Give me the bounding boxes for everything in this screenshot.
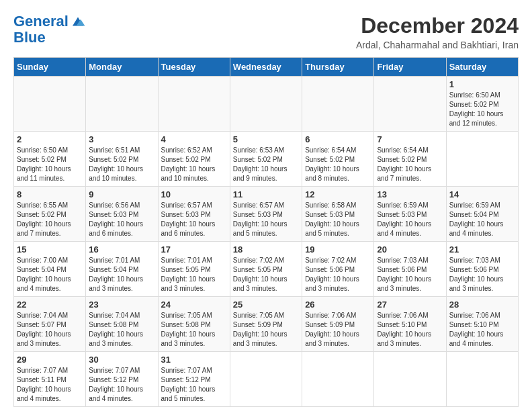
empty-cell	[158, 77, 230, 132]
day-info: Sunrise: 6:57 AMSunset: 5:03 PMDaylight:…	[233, 201, 299, 238]
day-info: Sunrise: 7:04 AMSunset: 5:07 PMDaylight:…	[17, 311, 83, 349]
calendar-day-cell: 13 Sunrise: 6:59 AMSunset: 5:03 PMDaylig…	[374, 187, 446, 242]
day-number: 7	[377, 134, 443, 144]
day-number: 11	[233, 189, 299, 199]
logo-text-blue: Blue	[13, 30, 86, 46]
day-of-week-header: Saturday	[446, 58, 518, 77]
day-number: 18	[233, 244, 299, 255]
day-info: Sunrise: 7:07 AMSunset: 5:12 PMDaylight:…	[89, 366, 154, 404]
day-number: 3	[89, 134, 154, 144]
day-info: Sunrise: 6:59 AMSunset: 5:04 PMDaylight:…	[449, 201, 515, 238]
empty-cell	[302, 77, 374, 132]
calendar-week-row: 8 Sunrise: 6:55 AMSunset: 5:02 PMDayligh…	[14, 187, 519, 242]
calendar-day-cell: 21 Sunrise: 7:03 AMSunset: 5:06 PMDaylig…	[446, 242, 518, 297]
day-info: Sunrise: 6:58 AMSunset: 5:03 PMDaylight:…	[305, 201, 371, 238]
empty-cell	[374, 77, 446, 132]
day-info: Sunrise: 7:01 AMSunset: 5:04 PMDaylight:…	[89, 256, 154, 293]
logo: General Blue	[13, 13, 86, 46]
empty-cell	[230, 352, 302, 407]
page-header: General Blue December 2024 Ardal, Chahar…	[13, 13, 519, 50]
calendar-day-cell: 28 Sunrise: 7:06 AMSunset: 5:10 PMDaylig…	[446, 297, 518, 352]
empty-cell	[374, 352, 446, 407]
day-info: Sunrise: 6:52 AMSunset: 5:02 PMDaylight:…	[161, 146, 227, 183]
calendar-day-cell: 27 Sunrise: 7:06 AMSunset: 5:10 PMDaylig…	[374, 297, 446, 352]
day-of-week-header: Friday	[374, 58, 446, 77]
calendar-day-cell: 30 Sunrise: 7:07 AMSunset: 5:12 PMDaylig…	[86, 352, 158, 407]
day-number: 22	[17, 300, 83, 310]
day-info: Sunrise: 7:02 AMSunset: 5:05 PMDaylight:…	[233, 256, 299, 293]
calendar-week-row: 15 Sunrise: 7:00 AMSunset: 5:04 PMDaylig…	[14, 242, 519, 297]
day-info: Sunrise: 6:53 AMSunset: 5:02 PMDaylight:…	[233, 146, 299, 183]
day-number: 20	[377, 244, 443, 255]
calendar-day-cell: 20 Sunrise: 7:03 AMSunset: 5:06 PMDaylig…	[374, 242, 446, 297]
day-number: 12	[305, 189, 371, 199]
calendar-day-cell: 26 Sunrise: 7:06 AMSunset: 5:09 PMDaylig…	[302, 297, 374, 352]
day-number: 6	[305, 134, 371, 144]
day-number: 31	[161, 355, 227, 365]
day-number: 25	[233, 300, 299, 310]
day-number: 15	[17, 244, 83, 255]
day-info: Sunrise: 6:57 AMSunset: 5:03 PMDaylight:…	[161, 201, 227, 238]
day-info: Sunrise: 7:02 AMSunset: 5:06 PMDaylight:…	[305, 256, 371, 293]
day-number: 24	[161, 300, 227, 310]
day-info: Sunrise: 7:06 AMSunset: 5:10 PMDaylight:…	[377, 311, 443, 349]
day-info: Sunrise: 7:03 AMSunset: 5:06 PMDaylight:…	[377, 256, 443, 293]
title-block: December 2024 Ardal, Chaharmahal and Bak…	[356, 13, 519, 50]
logo-icon	[70, 13, 86, 30]
day-info: Sunrise: 6:54 AMSunset: 5:02 PMDaylight:…	[377, 146, 443, 183]
day-of-week-header: Sunday	[14, 58, 86, 77]
day-info: Sunrise: 7:06 AMSunset: 5:10 PMDaylight:…	[449, 311, 515, 349]
empty-cell	[446, 132, 518, 187]
calendar-day-cell: 25 Sunrise: 7:05 AMSunset: 5:09 PMDaylig…	[230, 297, 302, 352]
calendar-day-cell: 17 Sunrise: 7:01 AMSunset: 5:05 PMDaylig…	[158, 242, 230, 297]
day-of-week-header: Wednesday	[230, 58, 302, 77]
location-title: Ardal, Chaharmahal and Bakhtiari, Iran	[356, 40, 519, 50]
day-info: Sunrise: 7:07 AMSunset: 5:12 PMDaylight:…	[161, 366, 227, 404]
calendar-day-cell: 9 Sunrise: 6:56 AMSunset: 5:03 PMDayligh…	[86, 187, 158, 242]
empty-cell	[302, 352, 374, 407]
day-of-week-header: Monday	[86, 58, 158, 77]
calendar-week-row: 1 Sunrise: 6:50 AMSunset: 5:02 PMDayligh…	[14, 77, 519, 132]
calendar-day-cell: 8 Sunrise: 6:55 AMSunset: 5:02 PMDayligh…	[14, 187, 86, 242]
day-info: Sunrise: 6:50 AMSunset: 5:02 PMDaylight:…	[449, 91, 515, 128]
day-info: Sunrise: 7:01 AMSunset: 5:05 PMDaylight:…	[161, 256, 227, 293]
logo-text: General	[13, 13, 69, 30]
day-number: 1	[449, 79, 515, 89]
day-number: 10	[161, 189, 227, 199]
day-info: Sunrise: 7:06 AMSunset: 5:09 PMDaylight:…	[305, 311, 371, 349]
day-number: 27	[377, 300, 443, 310]
empty-cell	[446, 352, 518, 407]
day-info: Sunrise: 6:50 AMSunset: 5:02 PMDaylight:…	[17, 146, 83, 183]
calendar-header-row: SundayMondayTuesdayWednesdayThursdayFrid…	[14, 58, 519, 77]
empty-cell	[14, 77, 86, 132]
day-info: Sunrise: 7:05 AMSunset: 5:08 PMDaylight:…	[161, 311, 227, 349]
calendar-day-cell: 2 Sunrise: 6:50 AMSunset: 5:02 PMDayligh…	[14, 132, 86, 187]
calendar-day-cell: 12 Sunrise: 6:58 AMSunset: 5:03 PMDaylig…	[302, 187, 374, 242]
calendar-day-cell: 15 Sunrise: 7:00 AMSunset: 5:04 PMDaylig…	[14, 242, 86, 297]
calendar-day-cell: 3 Sunrise: 6:51 AMSunset: 5:02 PMDayligh…	[86, 132, 158, 187]
day-info: Sunrise: 6:55 AMSunset: 5:02 PMDaylight:…	[17, 201, 83, 238]
day-number: 23	[89, 300, 154, 310]
day-number: 19	[305, 244, 371, 255]
day-number: 14	[449, 189, 515, 199]
calendar-day-cell: 24 Sunrise: 7:05 AMSunset: 5:08 PMDaylig…	[158, 297, 230, 352]
day-info: Sunrise: 7:04 AMSunset: 5:08 PMDaylight:…	[89, 311, 154, 349]
calendar-day-cell: 23 Sunrise: 7:04 AMSunset: 5:08 PMDaylig…	[86, 297, 158, 352]
empty-cell	[86, 77, 158, 132]
day-number: 16	[89, 244, 154, 255]
month-title: December 2024	[356, 13, 519, 38]
calendar-day-cell: 5 Sunrise: 6:53 AMSunset: 5:02 PMDayligh…	[230, 132, 302, 187]
day-info: Sunrise: 6:59 AMSunset: 5:03 PMDaylight:…	[377, 201, 443, 238]
day-number: 5	[233, 134, 299, 144]
day-number: 8	[17, 189, 83, 199]
day-info: Sunrise: 7:00 AMSunset: 5:04 PMDaylight:…	[17, 256, 83, 293]
calendar-day-cell: 7 Sunrise: 6:54 AMSunset: 5:02 PMDayligh…	[374, 132, 446, 187]
empty-cell	[230, 77, 302, 132]
calendar-day-cell: 16 Sunrise: 7:01 AMSunset: 5:04 PMDaylig…	[86, 242, 158, 297]
day-info: Sunrise: 7:05 AMSunset: 5:09 PMDaylight:…	[233, 311, 299, 349]
calendar-day-cell: 19 Sunrise: 7:02 AMSunset: 5:06 PMDaylig…	[302, 242, 374, 297]
day-info: Sunrise: 6:54 AMSunset: 5:02 PMDaylight:…	[305, 146, 371, 183]
day-info: Sunrise: 7:07 AMSunset: 5:11 PMDaylight:…	[17, 366, 83, 404]
calendar-day-cell: 14 Sunrise: 6:59 AMSunset: 5:04 PMDaylig…	[446, 187, 518, 242]
calendar-day-cell: 4 Sunrise: 6:52 AMSunset: 5:02 PMDayligh…	[158, 132, 230, 187]
